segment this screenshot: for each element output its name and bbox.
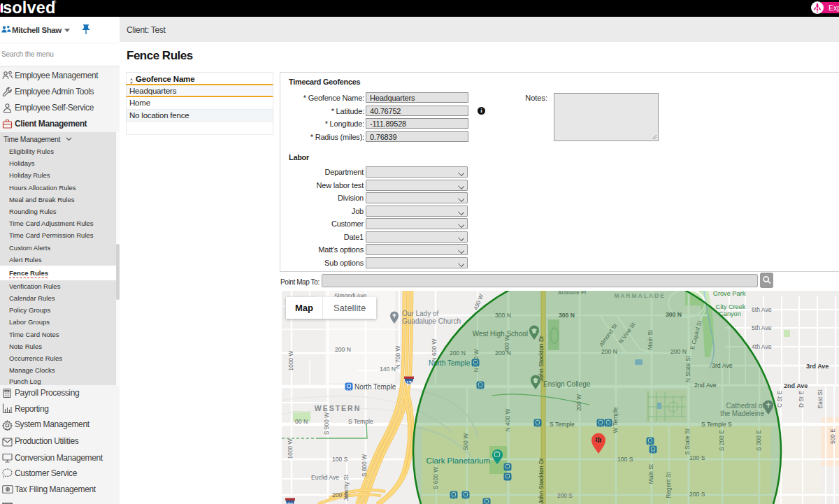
svg-text:80: 80	[287, 502, 293, 504]
svg-text:Our Lady of: Our Lady of	[402, 310, 438, 317]
svg-text:00 N: 00 N	[295, 418, 308, 425]
svg-text:WESTERN: WESTERN	[315, 404, 361, 412]
svg-text:100 S: 100 S	[332, 456, 348, 463]
svg-text:City Creek: City Creek	[716, 303, 746, 310]
svg-text:1000 W: 1000 W	[287, 438, 294, 459]
svg-text:500 E: 500 E	[829, 429, 836, 444]
svg-text:200 S: 200 S	[557, 492, 573, 499]
svg-text:5th Ave: 5th Ave	[752, 324, 772, 331]
svg-text:North Temple: North Temple	[354, 383, 396, 391]
svg-text:15: 15	[406, 380, 412, 385]
svg-text:Guadalupe Church: Guadalupe Church	[402, 317, 461, 325]
svg-text:140 N: 140 N	[380, 366, 396, 373]
svg-text:2nd Ave: 2nd Ave	[784, 382, 808, 389]
svg-text:6th Ave: 6th Ave	[752, 306, 772, 313]
svg-text:S 900 W: S 900 W	[323, 412, 330, 435]
svg-text:N 700 W: N 700 W	[394, 346, 401, 369]
svg-text:N 600 W: N 600 W	[431, 339, 438, 362]
svg-text:S Temple: S Temple	[348, 418, 373, 425]
svg-text:Jeremy St: Jeremy St	[343, 474, 350, 501]
svg-text:D St E: D St E	[798, 390, 805, 408]
svg-text:Euclid Ave: Euclid Ave	[311, 474, 339, 481]
svg-text:1000 W: 1000 W	[287, 350, 294, 370]
svg-text:200 N: 200 N	[335, 346, 351, 353]
svg-text:S 800 W: S 800 W	[361, 454, 368, 477]
svg-text:East St: East St	[817, 389, 824, 409]
svg-text:4th Ave: 4th Ave	[752, 343, 772, 350]
svg-text:3rd Ave: 3rd Ave	[806, 363, 829, 370]
svg-text:Grove Park: Grove Park	[713, 291, 746, 297]
svg-text:C St E: C St E	[776, 390, 783, 408]
